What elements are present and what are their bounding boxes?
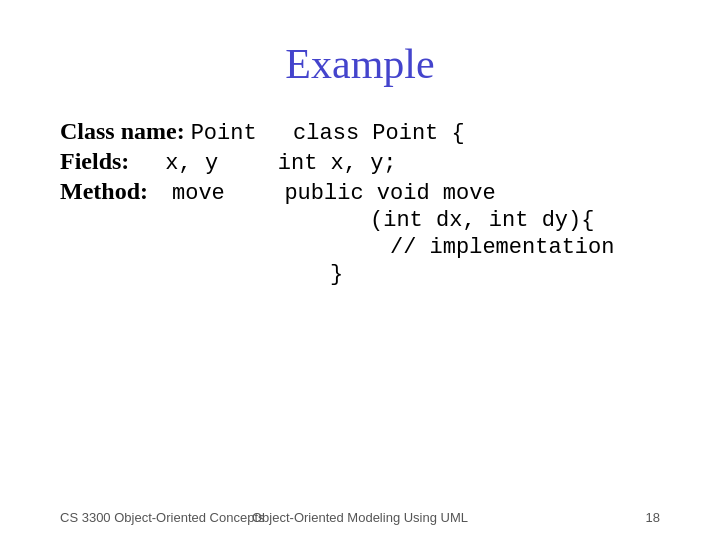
slide: Example Class name: Point class Point { … — [0, 0, 720, 540]
label-classname: Class name: — [60, 118, 191, 145]
label-method: Method: — [60, 178, 172, 205]
val-classname: Point — [191, 121, 283, 146]
slide-title: Example — [60, 40, 660, 88]
label-fields: Fields: — [60, 148, 165, 175]
code-fields: int x, y; — [278, 151, 397, 176]
footer-left: CS 3300 Object-Oriented Concepts — [60, 510, 265, 525]
row-fields: Fields: x, y int x, y; — [60, 148, 660, 176]
code-cont3: } — [330, 262, 343, 287]
val-fields: x, y — [165, 151, 257, 176]
row-cont1: (int dx, int dy){ — [60, 208, 660, 233]
code-cont2: // implementation — [390, 235, 614, 260]
footer-page: 18 — [646, 510, 660, 525]
code-classname: class Point { — [293, 121, 465, 146]
row-classname: Class name: Point class Point { — [60, 118, 660, 146]
code-method: public void move — [284, 181, 495, 206]
row-cont2: // implementation — [60, 235, 660, 260]
val-method: move — [172, 181, 264, 206]
main-content: Class name: Point class Point { Fields: … — [60, 118, 660, 287]
row-method: Method: move public void move — [60, 178, 660, 206]
footer-center: Object-Oriented Modeling Using UML — [252, 510, 468, 525]
code-cont1: (int dx, int dy){ — [370, 208, 594, 233]
row-cont3: } — [60, 262, 660, 287]
